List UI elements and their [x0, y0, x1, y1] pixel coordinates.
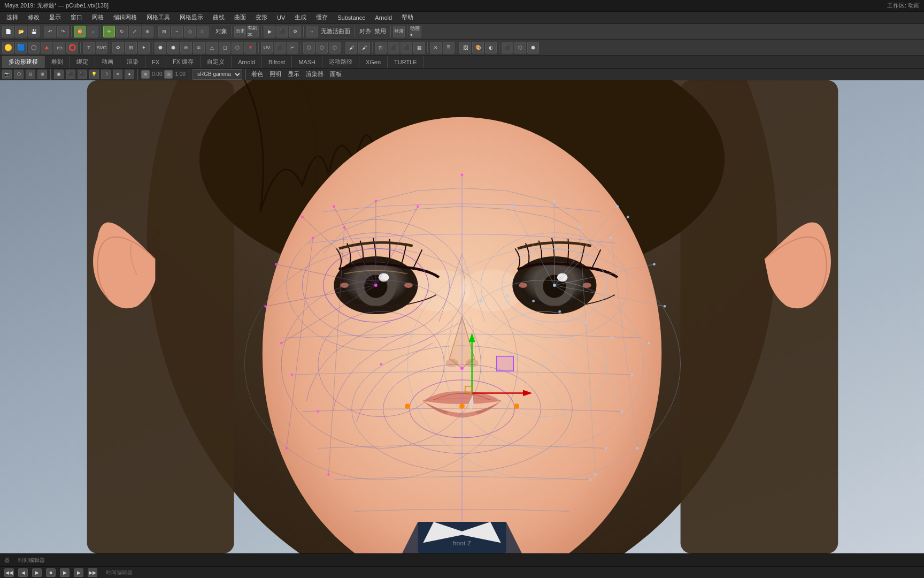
shaded-btn[interactable]: ⬛	[401, 42, 412, 54]
menu-window[interactable]: 窗口	[66, 12, 87, 22]
tab-bifrost[interactable]: Bifrost	[262, 56, 292, 68]
lattice-btn[interactable]: ⊞	[125, 42, 137, 54]
play-fwd-btn[interactable]: ▶	[60, 568, 70, 577]
step-back-btn[interactable]: ◀	[18, 568, 28, 577]
ffw-btn[interactable]: ▶▶	[88, 568, 97, 577]
step-fwd-btn[interactable]: ▶	[74, 568, 83, 577]
menu-curves[interactable]: 曲线	[209, 12, 229, 22]
viewport-2-btn[interactable]: ⊟	[26, 70, 35, 79]
menu-generate[interactable]: 生成	[290, 12, 311, 22]
unfold-btn[interactable]: ⬛	[274, 42, 286, 54]
plane-btn[interactable]: ▭	[53, 42, 65, 54]
tab-xgen[interactable]: XGen	[359, 56, 388, 68]
snap-view-btn[interactable]: □	[197, 26, 209, 37]
lasso-select-btn[interactable]: ⬦	[87, 26, 98, 37]
img-preview-btn[interactable]: 🖼	[459, 42, 471, 54]
stop-btn[interactable]: ■	[46, 568, 56, 577]
menu-uv[interactable]: UV	[273, 13, 289, 22]
snap-curve-btn[interactable]: ~	[171, 26, 183, 37]
snap-point-btn[interactable]: ◇	[184, 26, 196, 37]
subdivide-btn[interactable]: ≣	[443, 42, 455, 54]
menu-display[interactable]: 显示	[45, 12, 65, 22]
tab-custom[interactable]: 自定义	[201, 56, 232, 68]
tab-fx[interactable]: FX	[145, 56, 166, 68]
tab-arnold[interactable]: Arnold	[232, 56, 262, 68]
img-color-btn[interactable]: 🎨	[472, 42, 484, 54]
cone-btn[interactable]: 🔺	[41, 42, 52, 54]
quadrangulate-btn[interactable]: ◻	[219, 42, 230, 54]
menu-cache[interactable]: 缓存	[312, 12, 332, 22]
ipr-btn[interactable]: ⬛	[276, 26, 288, 37]
universal-manip-btn[interactable]: ⊕	[142, 26, 153, 37]
extra3-btn[interactable]: ⬢	[527, 42, 539, 54]
snap-grid-btn[interactable]: ⊞	[158, 26, 170, 37]
new-file-btn[interactable]: 📄	[2, 26, 14, 37]
reduce-btn[interactable]: 🔻	[244, 42, 256, 54]
smooth-shade-btn[interactable]: ⬛	[66, 70, 75, 79]
symmetry-btn[interactable]: ↔	[306, 26, 318, 37]
fill-hole-btn[interactable]: ⬡	[232, 42, 243, 54]
textured-btn[interactable]: ▦	[413, 42, 425, 54]
menu-mesh-tools[interactable]: 网格工具	[142, 12, 174, 22]
camera-view-btn[interactable]: 📷	[2, 70, 12, 79]
select-mode-btn[interactable]: 🎯	[74, 26, 86, 37]
select-all-btn[interactable]: ⬡	[303, 42, 315, 54]
cut-sew-btn[interactable]: ✂	[287, 42, 298, 54]
tab-fx-cache[interactable]: FX 缓存	[166, 56, 201, 68]
duplicate-btn[interactable]: 有副本	[247, 26, 259, 37]
torus-btn[interactable]: ⭕	[66, 42, 78, 54]
menu-help[interactable]: 帮助	[397, 12, 418, 22]
login-btn[interactable]: 登录	[393, 26, 405, 37]
wireframe-toggle-btn[interactable]: ▣	[54, 70, 64, 79]
rewind-btn[interactable]: ◀◀	[4, 568, 14, 577]
menu-arnold[interactable]: Arnold	[371, 13, 396, 22]
menu-mesh-display[interactable]: 网格显示	[175, 12, 207, 22]
colorspace-select[interactable]: sRGB gamma Linear Raw	[192, 69, 242, 80]
tab-mash[interactable]: MASH	[292, 56, 322, 68]
tab-animation[interactable]: 动画	[95, 56, 120, 68]
smooth-btn[interactable]: ≋	[193, 42, 205, 54]
3d-paint-btn[interactable]: 🖌	[358, 42, 370, 54]
redo-btn[interactable]: ↷	[57, 26, 69, 37]
extra1-btn[interactable]: ⬛	[502, 42, 513, 54]
cube-btn[interactable]: 🟦	[15, 42, 27, 54]
menu-surfaces[interactable]: 曲面	[230, 12, 250, 22]
shading-mode-btn[interactable]: ⬡	[14, 70, 24, 79]
menu-modify[interactable]: 修改	[24, 12, 44, 22]
scale-btn[interactable]: ⤢	[129, 26, 141, 37]
shadow-btn[interactable]: ☽	[101, 70, 111, 79]
combine-btn[interactable]: ⬣	[155, 42, 166, 54]
rotate-btn[interactable]: ↻	[116, 26, 128, 37]
open-file-btn[interactable]: 📂	[15, 26, 27, 37]
deselect-btn[interactable]: ⬡	[316, 42, 328, 54]
separate-btn[interactable]: ⬢	[167, 42, 179, 54]
tab-turtle[interactable]: TURTLE	[388, 56, 424, 68]
sculpt-btn[interactable]: ✿	[112, 42, 124, 54]
xray-btn[interactable]: ✕	[430, 42, 442, 54]
tab-polygon-modeling[interactable]: 多边形建模	[2, 56, 45, 68]
isolate-btn[interactable]: ●	[125, 70, 134, 79]
history-btn[interactable]: 历史	[234, 26, 246, 37]
texture-display-btn[interactable]: ⬛	[78, 70, 87, 79]
invert-sel-btn[interactable]: ⬡	[329, 42, 341, 54]
tab-rigging[interactable]: 绑定	[70, 56, 95, 68]
menu-edit-mesh[interactable]: 编辑网格	[109, 12, 141, 22]
triangulate-btn[interactable]: △	[206, 42, 218, 54]
tab-rendering[interactable]: 渲染	[120, 56, 145, 68]
xray-toggle-btn[interactable]: ✕	[113, 70, 122, 79]
tab-sculpt[interactable]: 雕刻	[45, 56, 70, 68]
menu-select[interactable]: 选择	[2, 12, 22, 22]
extra2-btn[interactable]: ⬡	[514, 42, 526, 54]
undo-btn[interactable]: ↶	[44, 26, 56, 37]
text-btn[interactable]: T	[83, 42, 95, 54]
viewport[interactable]: front-Z	[0, 80, 924, 553]
tab-motion-path[interactable]: 运动路径	[322, 56, 359, 68]
boolean-union-btn[interactable]: ⊕	[180, 42, 192, 54]
svg-btn[interactable]: SVG	[96, 42, 107, 54]
move-btn[interactable]: ✛	[103, 26, 115, 37]
menu-mesh[interactable]: 网格	[88, 12, 108, 22]
solid-btn[interactable]: ⬛	[388, 42, 399, 54]
render-btn[interactable]: ▶	[264, 26, 275, 37]
menu-substance[interactable]: Substance	[333, 13, 369, 22]
menu-deform[interactable]: 变形	[251, 12, 272, 22]
